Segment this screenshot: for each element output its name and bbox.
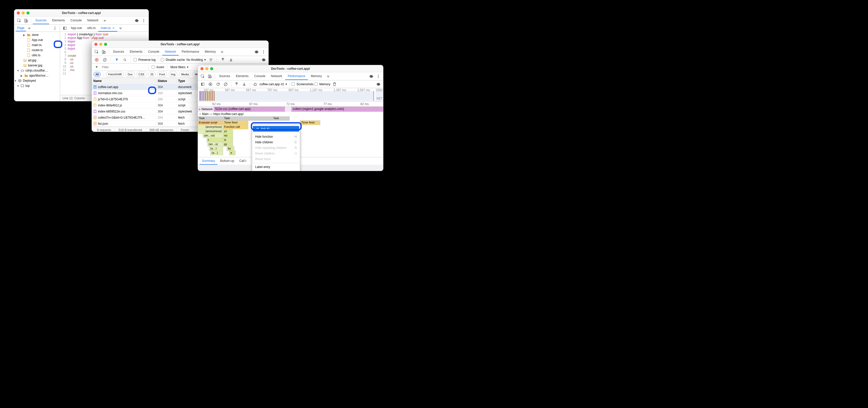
filter-toggle-icon[interactable]	[93, 64, 100, 70]
more-icon[interactable]	[141, 17, 147, 24]
filter-pill[interactable]: Doc	[125, 72, 135, 77]
tab-console[interactable]: Console	[252, 73, 268, 80]
tab-sources[interactable]: Sources	[111, 48, 127, 56]
col-name[interactable]: Name	[92, 79, 156, 83]
bottom-tab-calltree[interactable]: Call t	[237, 157, 249, 165]
upload-icon[interactable]	[220, 57, 226, 63]
overview-timeline[interactable]: 197 ms397 ms597 ms797 ms997 ms1,197 ms1,…	[198, 88, 375, 101]
close-window-icon[interactable]	[200, 67, 204, 70]
network-entry[interactable]: 522e.css (coffee-cart.app)	[214, 107, 285, 112]
bottom-tab-bottomup[interactable]: Bottom-up	[218, 157, 237, 165]
record-icon[interactable]	[93, 57, 100, 63]
tab-performance[interactable]: Performance	[179, 48, 202, 56]
main-header[interactable]: Main — https://coffee-cart.app/	[202, 112, 244, 116]
tree-folder[interactable]: Deployed	[23, 79, 36, 83]
tree-file[interactable]: App.vue	[32, 38, 43, 42]
ctx-ask-ai[interactable]: Ask AI	[253, 126, 299, 132]
trash-icon[interactable]	[331, 81, 338, 88]
upload-icon[interactable]	[233, 81, 240, 88]
tree-file[interactable]: utils.ts	[32, 54, 40, 57]
filter-pill[interactable]: Media	[179, 72, 191, 77]
tab-elements[interactable]: Elements	[50, 17, 67, 24]
filter-pill-all[interactable]: All	[93, 72, 101, 77]
memory-checkbox[interactable]: Memory	[314, 83, 330, 86]
home-icon[interactable]	[252, 81, 258, 88]
tab-sources[interactable]: Sources	[216, 73, 233, 80]
more-tabs-icon[interactable]	[101, 17, 108, 24]
toggle-panel-icon[interactable]	[62, 25, 68, 32]
filter-pill[interactable]: Fetch/XHR	[106, 72, 124, 77]
settings-icon[interactable]	[253, 49, 260, 55]
more-icon[interactable]	[260, 49, 267, 55]
ctx-hide-children[interactable]: Hide childrenC	[252, 140, 300, 145]
ctx-label-entry[interactable]: Label entry	[252, 164, 300, 170]
bottom-tab-summary[interactable]: Summary	[199, 157, 218, 165]
download-icon[interactable]	[241, 81, 248, 88]
more-filters-select[interactable]: More filters▼	[170, 65, 189, 69]
tree-folder[interactable]: cdnjs.cloudflar…	[25, 69, 48, 72]
more-sidebar-tabs-icon[interactable]	[26, 25, 33, 32]
maximize-window-icon[interactable]	[104, 43, 107, 46]
inspect-icon[interactable]	[16, 17, 22, 24]
filter-pill[interactable]: Font	[157, 72, 167, 77]
tree-file[interactable]: ad.jpg	[28, 59, 36, 62]
tab-console[interactable]: Console	[146, 48, 162, 56]
more-icon[interactable]	[52, 25, 58, 32]
device-toggle-icon[interactable]	[100, 49, 107, 55]
invert-checkbox[interactable]: Invert	[152, 65, 164, 69]
col-status[interactable]: Status	[156, 79, 176, 83]
tree-file[interactable]: banner.jpg	[28, 64, 42, 67]
time-ruler[interactable]: 62 ms67 ms72 ms77 ms82 ms	[198, 101, 383, 107]
minimize-window-icon[interactable]	[22, 11, 25, 14]
settings-icon[interactable]	[260, 57, 267, 63]
more-tabs-icon[interactable]	[219, 49, 225, 55]
device-toggle-icon[interactable]	[23, 17, 30, 24]
tab-performance[interactable]: Performance	[285, 73, 308, 80]
preserve-log-checkbox[interactable]: Preserve log	[133, 58, 155, 62]
inspect-icon[interactable]	[93, 49, 100, 55]
search-icon[interactable]	[122, 57, 128, 63]
screenshots-checkbox[interactable]: Screenshots	[291, 83, 313, 86]
tab-elements[interactable]: Elements	[127, 48, 145, 56]
file-tab[interactable]: App.vue	[68, 25, 85, 32]
tree-folder[interactable]: ajax/libs/nor…	[29, 74, 49, 77]
sidebar-tab-page[interactable]: Page	[16, 25, 26, 31]
settings-icon[interactable]	[368, 73, 374, 80]
file-tab[interactable]: utils.ts	[85, 25, 98, 32]
file-tab[interactable]: main.ts	[98, 25, 117, 32]
more-icon[interactable]	[375, 73, 381, 80]
tab-network[interactable]: Network	[269, 73, 285, 80]
record-icon[interactable]	[207, 81, 214, 88]
settings-icon[interactable]	[375, 81, 381, 88]
filter-pill[interactable]: Img	[168, 72, 178, 77]
tree-folder[interactable]: top	[25, 84, 30, 88]
tab-network[interactable]: Network	[85, 17, 101, 24]
device-toggle-icon[interactable]	[207, 73, 213, 80]
network-header[interactable]: Network	[202, 108, 213, 111]
more-tabs-icon[interactable]	[325, 73, 332, 80]
network-conditions-icon[interactable]	[208, 57, 214, 63]
download-icon[interactable]	[228, 57, 234, 63]
filter-input[interactable]	[102, 65, 145, 69]
network-entry[interactable]: collect (region1.google-analytics.com)	[291, 107, 383, 112]
filter-icon[interactable]	[114, 57, 120, 63]
tab-memory[interactable]: Memory	[202, 48, 218, 56]
tab-sources[interactable]: Sources	[33, 17, 49, 24]
minimize-window-icon[interactable]	[205, 67, 208, 70]
filter-pill[interactable]: CSS	[136, 72, 147, 77]
close-window-icon[interactable]	[94, 43, 97, 46]
ctx-hide-function[interactable]: Hide functionH	[252, 134, 300, 140]
reload-icon[interactable]	[215, 81, 221, 88]
tree-file[interactable]: main.ts	[32, 43, 42, 47]
recording-select[interactable]: coffee-cart.app #2▼	[259, 83, 287, 86]
throttling-select[interactable]: No throttling▼	[186, 58, 206, 62]
settings-icon[interactable]	[133, 17, 140, 24]
tab-elements[interactable]: Elements	[233, 73, 251, 80]
close-icon[interactable]	[112, 27, 115, 29]
clear-icon[interactable]	[101, 57, 108, 63]
minimize-window-icon[interactable]	[99, 43, 102, 46]
toggle-panel-icon[interactable]	[199, 81, 206, 88]
inspect-icon[interactable]	[199, 73, 206, 80]
tab-memory[interactable]: Memory	[308, 73, 324, 80]
maximize-window-icon[interactable]	[27, 11, 30, 14]
